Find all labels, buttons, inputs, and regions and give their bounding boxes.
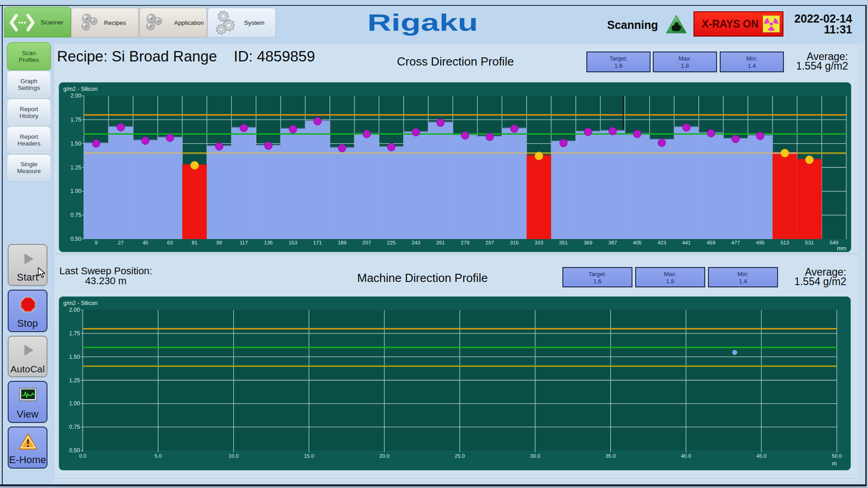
svg-text:50.0: 50.0 [832,453,842,459]
svg-text:45: 45 [142,240,148,245]
svg-text:30.0: 30.0 [530,453,540,459]
svg-text:171: 171 [313,240,322,245]
svg-text:0.50: 0.50 [71,236,81,242]
svg-text:333: 333 [534,240,543,245]
svg-text:63: 63 [167,240,173,245]
svg-text:0.50: 0.50 [69,447,80,454]
svg-text:1.50: 1.50 [71,141,81,147]
svg-text:1.25: 1.25 [71,164,81,171]
svg-text:9: 9 [95,240,98,245]
svg-text:135: 135 [264,240,273,245]
svg-text:297: 297 [486,240,494,245]
svg-text:5.0: 5.0 [155,453,162,459]
svg-text:315: 315 [510,240,519,245]
svg-text:351: 351 [559,240,568,245]
svg-text:1.50: 1.50 [69,354,80,360]
svg-text:459: 459 [707,240,715,245]
svg-text:369: 369 [584,240,592,245]
svg-text:423: 423 [657,240,666,245]
svg-text:513: 513 [780,240,789,245]
svg-text:35.0: 35.0 [605,453,615,459]
svg-text:207: 207 [363,240,371,245]
svg-text:99: 99 [216,240,222,245]
svg-text:g/m2 - Silicon: g/m2 - Silicon [63,86,98,92]
svg-text:261: 261 [436,240,445,245]
svg-text:1.00: 1.00 [71,188,81,194]
svg-text:2.00: 2.00 [71,93,81,99]
svg-text:1.25: 1.25 [69,377,80,384]
svg-text:189: 189 [338,240,346,245]
svg-text:40.0: 40.0 [681,453,691,459]
svg-text:mm: mm [837,245,846,252]
svg-text:387: 387 [609,240,617,245]
svg-text:1.00: 1.00 [69,400,80,407]
svg-text:549: 549 [830,240,838,245]
svg-text:m: m [832,460,837,467]
svg-text:225: 225 [387,240,396,245]
svg-text:531: 531 [805,240,814,245]
svg-text:1.75: 1.75 [69,330,80,337]
svg-text:1.75: 1.75 [71,117,81,123]
svg-text:477: 477 [731,240,740,245]
svg-text:495: 495 [756,240,764,245]
svg-text:117: 117 [240,240,248,245]
svg-text:81: 81 [192,240,198,245]
svg-text:279: 279 [461,240,469,245]
svg-text:0.75: 0.75 [71,212,81,218]
svg-text:2.00: 2.00 [69,307,80,313]
svg-text:405: 405 [633,240,642,245]
svg-text:153: 153 [288,240,297,245]
svg-text:0.0: 0.0 [79,453,86,459]
svg-text:g/m2 - Silicon: g/m2 - Silicon [63,300,98,306]
svg-text:0.75: 0.75 [69,424,80,430]
svg-text:10.0: 10.0 [228,453,238,459]
svg-text:27: 27 [118,240,124,245]
svg-text:441: 441 [682,240,691,245]
svg-text:243: 243 [411,240,420,245]
svg-text:20.0: 20.0 [379,453,389,459]
svg-text:15.0: 15.0 [304,453,314,459]
svg-text:45.0: 45.0 [756,453,766,459]
svg-text:25.0: 25.0 [455,453,465,459]
